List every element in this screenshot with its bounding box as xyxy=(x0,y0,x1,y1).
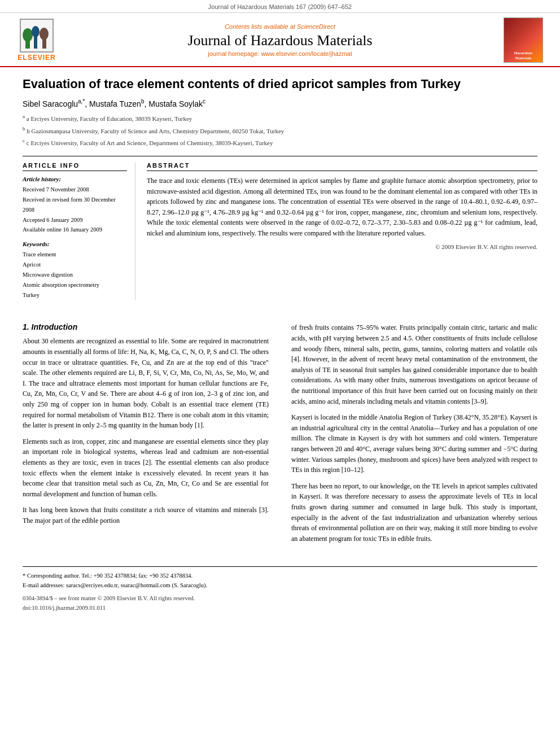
article-dates: Received 7 November 2008 Received in rev… xyxy=(23,185,127,235)
article-container: Evaluation of trace element contents of … xyxy=(0,67,560,322)
elsevier-text: ELSEVIER xyxy=(18,54,55,62)
keyword-5: Turkey xyxy=(23,290,127,300)
homepage-url: www.elsevier.com/locate/jhazmat xyxy=(261,50,352,57)
abstract-text: The trace and toxic elements (TEs) were … xyxy=(147,176,537,239)
affiliations: a a Erciyes University, Faculty of Educa… xyxy=(23,112,537,148)
svg-point-3 xyxy=(32,26,40,37)
intro-para-2: Elements such as iron, copper, zinc and … xyxy=(23,436,269,500)
abstract-panel: ABSTRACT The trace and toxic elements (T… xyxy=(147,162,537,300)
history-label: Article history: xyxy=(23,176,127,182)
sciencedirect-label: Contents lists available at ScienceDirec… xyxy=(62,23,498,30)
journal-title: Journal of Hazardous Materials xyxy=(62,32,498,49)
svg-point-1 xyxy=(23,28,33,42)
issn-line: 0304-3894/$ – see front matter © 2009 El… xyxy=(23,594,537,604)
footnotes: * Corresponding author. Tel.: +90 352 43… xyxy=(23,566,537,591)
keyword-1: Trace element xyxy=(23,250,127,260)
sciencedirect-name: ScienceDirect xyxy=(297,23,335,30)
intro-para-1: About 30 elements are recognized as esse… xyxy=(23,336,269,430)
article-title: Evaluation of trace element contents of … xyxy=(23,76,537,93)
journal-homepage: journal homepage: www.elsevier.com/locat… xyxy=(62,50,498,57)
journal-thumbnail: HazardousMaterials xyxy=(504,18,543,63)
svg-point-5 xyxy=(40,28,49,40)
journal-cover-thumb: HazardousMaterials xyxy=(498,18,549,63)
online-date: Available online 16 January 2009 xyxy=(23,225,127,235)
copyright-notice: © 2009 Elsevier B.V. All rights reserved… xyxy=(147,243,537,250)
footer: 0304-3894/$ – see front matter © 2009 El… xyxy=(23,591,537,613)
keyword-2: Apricot xyxy=(23,260,127,270)
keyword-3: Microwave digestion xyxy=(23,270,127,280)
doi-line: doi:10.1016/j.jhazmat.2009.01.011 xyxy=(23,604,537,613)
elsevier-tree-icon xyxy=(23,21,51,50)
journal-header-banner: ELSEVIER Contents lists available at Sci… xyxy=(0,13,560,67)
journal-title-area: Contents lists available at ScienceDirec… xyxy=(62,23,498,57)
email-addresses: E-mail addresses: saracs@erciyes.edu.tr,… xyxy=(23,581,537,591)
authors-line: Sibel Saracoglua,*, Mustafa Tuzenb, Must… xyxy=(23,98,537,108)
intro-para-3: It has long been known that fruits const… xyxy=(23,505,269,526)
keywords-label: Keywords: xyxy=(23,241,127,247)
right-para-3: There has been no report, to our knowled… xyxy=(291,481,537,544)
elsevier-logo: ELSEVIER xyxy=(11,19,62,62)
journal-citation: Journal of Hazardous Materials 167 (2009… xyxy=(0,0,560,13)
article-info-panel: ARTICLE INFO Article history: Received 7… xyxy=(23,162,135,300)
affiliation-c: c c Erciyes University, Faculty of Art a… xyxy=(23,137,537,148)
keywords-section: Keywords: Trace element Apricot Microwav… xyxy=(23,241,127,300)
right-para-2: Kayseri is located in the middle Anatoli… xyxy=(291,412,537,475)
elsevier-logo-area: ELSEVIER xyxy=(11,19,62,62)
article-info-abstract: ARTICLE INFO Article history: Received 7… xyxy=(23,156,537,300)
accepted-date: Accepted 6 January 2009 xyxy=(23,215,127,225)
journal-thumb-text: HazardousMaterials xyxy=(514,51,533,60)
body-left-column: 1. Introduction About 30 elements are re… xyxy=(23,322,274,549)
svg-rect-2 xyxy=(34,36,37,49)
abstract-heading: ABSTRACT xyxy=(147,162,537,171)
received-date: Received 7 November 2008 xyxy=(23,185,127,195)
main-body: 1. Introduction About 30 elements are re… xyxy=(0,322,560,561)
introduction-heading: 1. Introduction xyxy=(23,322,269,331)
revised-date: Received in revised form 30 December 200… xyxy=(23,195,127,215)
body-right-column: of fresh fruits contains 75–95% water. F… xyxy=(286,322,537,549)
corresponding-author: * Corresponding author. Tel.: +90 352 43… xyxy=(23,571,537,581)
elsevier-logo-image xyxy=(20,19,54,53)
right-para-1: of fresh fruits contains 75–95% water. F… xyxy=(291,322,537,407)
affiliation-a: a a Erciyes University, Faculty of Educa… xyxy=(23,112,537,124)
keyword-4: Atomic absorption spectrometry xyxy=(23,280,127,290)
affiliation-b: b b Gaziosmanpasa University, Faculty of… xyxy=(23,125,537,136)
article-info-heading: ARTICLE INFO xyxy=(23,162,127,171)
